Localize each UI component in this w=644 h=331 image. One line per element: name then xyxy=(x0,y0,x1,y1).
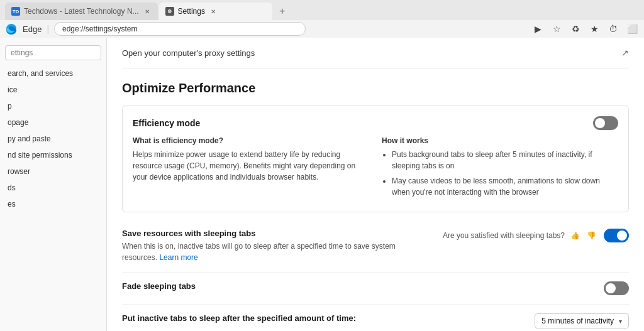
main-layout: earch, and services ice p opage py and p… xyxy=(0,38,644,331)
inactive-sleep-left: Put inactive tabs to sleep after the spe… xyxy=(122,313,535,325)
learn-more-link[interactable]: Learn more xyxy=(159,253,197,262)
sidebar-item-p[interactable]: p xyxy=(0,98,106,114)
tab-techdows[interactable]: TD Techdows - Latest Technology N... ✕ xyxy=(5,3,158,20)
sleeping-tabs-toggle-knob xyxy=(617,231,627,241)
sidebar-search-container xyxy=(5,45,101,60)
nav-icons: ▶ ☆ ♻ ★ ⏱ ⬜ xyxy=(531,22,639,36)
efficiency-mode-title: Efficiency mode xyxy=(133,118,200,128)
efficiency-what-is: What is efficiency mode? Helps minimize … xyxy=(133,136,369,202)
proxy-link-row[interactable]: Open your computer's proxy settings ↗ xyxy=(122,38,629,68)
sidebar-item-ds[interactable]: ds xyxy=(0,180,106,196)
chevron-down-icon: ▾ xyxy=(619,318,622,325)
what-is-label: What is efficiency mode? xyxy=(133,136,369,145)
sidebar-item-browser[interactable]: rowser xyxy=(0,163,106,180)
tab-label-settings: Settings xyxy=(178,7,205,16)
sidebar-item-copy-paste[interactable]: py and paste xyxy=(0,131,106,147)
fade-sleeping-row: Fade sleeping tabs xyxy=(122,273,629,305)
sleeping-tabs-title: Save resources with sleeping tabs xyxy=(122,229,430,238)
feedback-icons: Are you satisfied with sleeping tabs? 👍 … xyxy=(443,229,597,242)
add-to-favorites-icon[interactable]: ☆ xyxy=(550,22,564,36)
fade-sleeping-left: Fade sleeping tabs xyxy=(122,281,604,293)
fade-sleeping-right xyxy=(604,281,629,295)
efficiency-title-row: Efficiency mode xyxy=(133,116,618,130)
sidebar-item-homepage[interactable]: opage xyxy=(0,114,106,131)
inactive-sleep-row: Put inactive tabs to sleep after the spe… xyxy=(122,305,629,331)
optimize-performance-header: Optimize Performance xyxy=(122,68,629,106)
url-input[interactable]: edge://settings/system xyxy=(54,22,306,36)
history-icon[interactable]: ⏱ xyxy=(606,22,620,36)
efficiency-how-it-works: How it works Puts background tabs to sle… xyxy=(382,136,618,202)
bullet-2: May cause videos to be less smooth, anim… xyxy=(392,175,618,198)
sleeping-tabs-left: Save resources with sleeping tabs When t… xyxy=(122,229,443,263)
tab-favicon-techdows: TD xyxy=(11,7,20,16)
dropdown-value: 5 minutes of inactivity xyxy=(541,317,614,325)
feedback-label: Are you satisfied with sleeping tabs? xyxy=(443,231,565,240)
sleeping-tabs-row: Save resources with sleeping tabs When t… xyxy=(122,220,629,273)
settings-content: Open your computer's proxy settings ↗ Op… xyxy=(107,38,644,331)
bullet-1: Puts background tabs to sleep after 5 mi… xyxy=(392,149,618,171)
thumbs-down-icon[interactable]: 👎 xyxy=(585,229,597,242)
tab-favicon-settings: ⚙ xyxy=(165,7,174,16)
new-tab-button[interactable]: + xyxy=(274,3,291,20)
edge-logo-icon xyxy=(5,23,18,35)
more-icon[interactable]: ⬜ xyxy=(625,22,639,36)
how-it-works-list: Puts background tabs to sleep after 5 mi… xyxy=(382,149,618,198)
thumbs-up-icon[interactable]: 👍 xyxy=(569,229,581,242)
edge-label: Edge xyxy=(23,24,42,34)
address-bar: Edge | edge://settings/system ▶ ☆ ♻ ★ ⏱ … xyxy=(0,20,644,38)
inactive-sleep-title: Put inactive tabs to sleep after the spe… xyxy=(122,313,522,323)
tab-label-techdows: Techdows - Latest Technology N... xyxy=(24,7,139,16)
tab-close-settings[interactable]: ✕ xyxy=(209,7,218,16)
sleeping-tabs-toggle[interactable] xyxy=(604,229,629,242)
sidebar-item-search-services[interactable]: earch, and services xyxy=(0,65,106,82)
browser-chrome: TD Techdows - Latest Technology N... ✕ ⚙… xyxy=(0,0,644,38)
efficiency-mode-toggle[interactable] xyxy=(593,116,618,130)
tab-close-techdows[interactable]: ✕ xyxy=(143,7,152,16)
inactivity-dropdown[interactable]: 5 minutes of inactivity ▾ xyxy=(535,313,629,328)
sidebar-search-input[interactable] xyxy=(5,45,101,60)
external-link-icon: ↗ xyxy=(621,48,629,58)
how-it-works-label: How it works xyxy=(382,136,618,145)
efficiency-body: What is efficiency mode? Helps minimize … xyxy=(133,136,618,202)
efficiency-mode-card: Efficiency mode What is efficiency mode?… xyxy=(122,106,629,212)
proxy-link-text: Open your computer's proxy settings xyxy=(122,48,255,58)
sidebar-item-es[interactable]: es xyxy=(0,196,106,212)
read-aloud-icon[interactable]: ▶ xyxy=(531,22,545,36)
sleeping-tabs-desc: When this is on, inactive tabs will go t… xyxy=(122,241,430,263)
fade-sleeping-toggle-knob xyxy=(606,283,616,293)
refresh-icon[interactable]: ♻ xyxy=(569,22,582,36)
sidebar: earch, and services ice p opage py and p… xyxy=(0,38,107,331)
tab-settings[interactable]: ⚙ Settings ✕ xyxy=(159,3,272,20)
inactive-sleep-right: 5 minutes of inactivity ▾ xyxy=(535,313,629,328)
fade-sleeping-toggle[interactable] xyxy=(604,281,629,295)
address-separator: | xyxy=(47,24,49,34)
sleeping-tabs-right: Are you satisfied with sleeping tabs? 👍 … xyxy=(443,229,629,242)
tab-bar: TD Techdows - Latest Technology N... ✕ ⚙… xyxy=(0,0,644,20)
efficiency-mode-toggle-knob xyxy=(595,118,605,128)
sidebar-item-ice[interactable]: ice xyxy=(0,82,106,98)
what-is-text: Helps minimize power usage to extend bat… xyxy=(133,149,369,183)
favorites-icon[interactable]: ★ xyxy=(587,22,601,36)
fade-sleeping-title: Fade sleeping tabs xyxy=(122,281,591,291)
sidebar-item-site-permissions[interactable]: nd site permissions xyxy=(0,147,106,163)
